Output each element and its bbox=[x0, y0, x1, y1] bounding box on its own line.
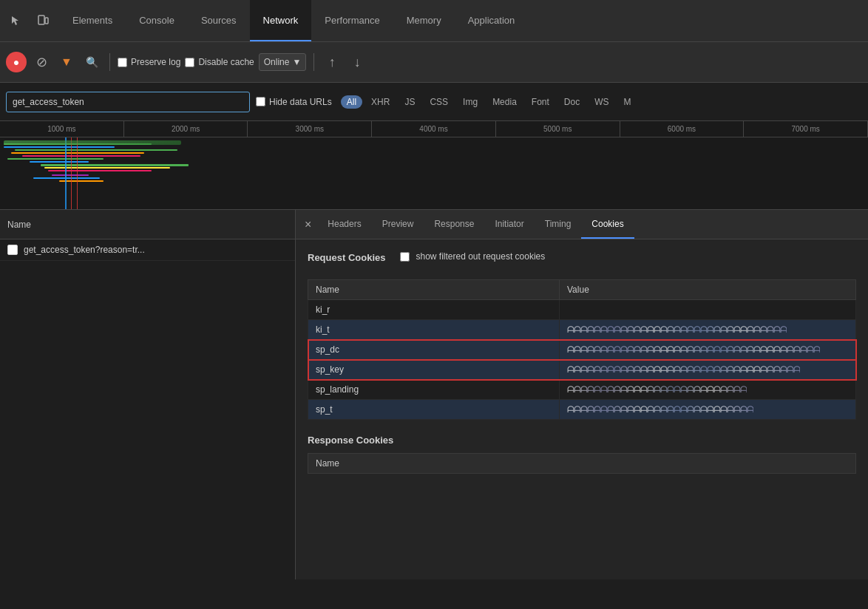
table-row[interactable]: sp_dc ᗩᗩᗩᗩᗩᗩᗩᗩᗩᗩᗩᗩᗩᗩᗩᗩᗩᗩᗩᗩᗩᗩᗩᗩᗩᗩᗩᗩᗩᗩᗩᗩᗩᗩ… bbox=[308, 340, 856, 360]
record-button[interactable]: ● bbox=[6, 52, 27, 72]
cookie-name-sp_key: sp_key bbox=[308, 360, 560, 380]
wavy-value: ᗩᗩᗩᗩᗩᗩᗩᗩᗩᗩᗩᗩᗩᗩᗩᗩᗩᗩᗩᗩᗩᗩᗩᗩᗩᗩᗩᗩᗩᗩᗩᗩᗩᗩᗩ bbox=[567, 364, 800, 375]
timeline-chart bbox=[0, 137, 868, 210]
type-filter-group: All XHR JS CSS Img Media Font Doc WS M bbox=[341, 95, 637, 109]
tab-timing[interactable]: Timing bbox=[535, 210, 582, 239]
upload-button[interactable]: ↑ bbox=[322, 52, 342, 72]
cookie-value-ki_r bbox=[560, 300, 856, 320]
tab-headers[interactable]: Headers bbox=[317, 210, 371, 239]
hide-data-urls-label[interactable]: Hide data URLs bbox=[256, 97, 332, 107]
throttle-label: Online bbox=[264, 57, 290, 67]
cookie-name-ki_r: ki_r bbox=[308, 300, 560, 320]
tab-cookies[interactable]: Cookies bbox=[581, 210, 634, 239]
cookie-value-sp_landing: ᗩᗩᗩᗩᗩᗩᗩᗩᗩᗩᗩᗩᗩᗩᗩᗩᗩᗩᗩᗩᗩᗩᗩᗩᗩᗩᗩ bbox=[560, 380, 856, 400]
svg-rect-1 bbox=[45, 18, 48, 24]
cookies-content: Request Cookies show filtered out reques… bbox=[296, 239, 868, 579]
cookie-name-sp_t: sp_t bbox=[308, 400, 560, 420]
name-column-header: Name bbox=[0, 210, 295, 239]
preserve-log-text: Preserve log bbox=[131, 57, 180, 67]
right-panel: × Headers Preview Response Initiator Tim… bbox=[296, 210, 868, 579]
filter-input[interactable] bbox=[6, 92, 250, 112]
ruler-tick-2: 2000 ms bbox=[124, 121, 248, 137]
wavy-value: ᗩᗩᗩᗩᗩᗩᗩᗩᗩᗩᗩᗩᗩᗩᗩᗩᗩᗩᗩᗩᗩᗩᗩᗩᗩᗩᗩ bbox=[567, 384, 747, 395]
search-button[interactable]: 🔍 bbox=[81, 52, 102, 72]
divider-1 bbox=[109, 53, 110, 71]
show-filtered-row: show filtered out request cookies bbox=[400, 251, 545, 262]
tab-network[interactable]: Network bbox=[250, 0, 312, 41]
request-cookies-title: Request Cookies bbox=[308, 252, 385, 263]
divider-2 bbox=[313, 53, 314, 71]
type-btn-media[interactable]: Media bbox=[486, 95, 523, 109]
tab-sources[interactable]: Sources bbox=[188, 0, 250, 41]
type-btn-all[interactable]: All bbox=[341, 95, 362, 109]
device-icon[interactable] bbox=[33, 10, 53, 31]
left-panel: Name get_access_token?reason=tr... bbox=[0, 210, 296, 579]
cookie-value-sp_dc: ᗩᗩᗩᗩᗩᗩᗩᗩᗩᗩᗩᗩᗩᗩᗩᗩᗩᗩᗩᗩᗩᗩᗩᗩᗩᗩᗩᗩᗩᗩᗩᗩᗩᗩᗩᗩᗩᗩ bbox=[560, 340, 856, 360]
request-name: get_access_token?reason=tr... bbox=[24, 245, 145, 255]
devtools-icons bbox=[0, 0, 59, 41]
table-row[interactable]: ki_t ᗩᗩᗩᗩᗩᗩᗩᗩᗩᗩᗩᗩᗩᗩᗩᗩᗩᗩᗩᗩᗩᗩᗩᗩᗩᗩᗩᗩᗩᗩᗩᗩᗩ bbox=[308, 320, 856, 340]
type-btn-doc[interactable]: Doc bbox=[558, 95, 586, 109]
tab-console[interactable]: Console bbox=[126, 0, 188, 41]
type-btn-js[interactable]: JS bbox=[399, 95, 421, 109]
tab-response[interactable]: Response bbox=[424, 210, 484, 239]
disable-cache-text: Disable cache bbox=[198, 57, 254, 67]
type-btn-css[interactable]: CSS bbox=[424, 95, 454, 109]
type-btn-xhr[interactable]: XHR bbox=[365, 95, 396, 109]
response-cookies-table: Name bbox=[308, 453, 856, 474]
response-col-name-header: Name bbox=[308, 454, 856, 474]
cursor-icon[interactable] bbox=[6, 10, 27, 31]
timeline: 1000 ms 2000 ms 3000 ms 4000 ms 5000 ms … bbox=[0, 121, 868, 210]
ruler-tick-6: 6000 ms bbox=[620, 121, 745, 137]
preserve-log-checkbox[interactable] bbox=[118, 58, 127, 67]
request-cookies-table: Name Value ki_r ki_t ᗩᗩᗩᗩᗩᗩᗩᗩᗩᗩᗩᗩᗩᗩᗩᗩᗩᗩᗩ… bbox=[308, 279, 856, 420]
filter-row: Hide data URLs All XHR JS CSS Img Media … bbox=[0, 83, 868, 121]
cookie-value-sp_key: ᗩᗩᗩᗩᗩᗩᗩᗩᗩᗩᗩᗩᗩᗩᗩᗩᗩᗩᗩᗩᗩᗩᗩᗩᗩᗩᗩᗩᗩᗩᗩᗩᗩᗩᗩ bbox=[560, 360, 856, 380]
wavy-value: ᗩᗩᗩᗩᗩᗩᗩᗩᗩᗩᗩᗩᗩᗩᗩᗩᗩᗩᗩᗩᗩᗩᗩᗩᗩᗩᗩᗩᗩᗩᗩᗩᗩᗩᗩᗩᗩᗩ bbox=[567, 344, 820, 355]
name-header-text: Name bbox=[7, 220, 31, 230]
tab-bar: Elements Console Sources Network Perform… bbox=[0, 0, 868, 42]
list-item[interactable]: get_access_token?reason=tr... bbox=[0, 239, 295, 261]
col-name-header: Name bbox=[308, 280, 560, 300]
tab-performance[interactable]: Performance bbox=[311, 0, 393, 41]
download-button[interactable]: ↓ bbox=[347, 52, 367, 72]
throttle-select[interactable]: Online ▼ bbox=[259, 53, 307, 71]
timeline-ruler: 1000 ms 2000 ms 3000 ms 4000 ms 5000 ms … bbox=[0, 121, 868, 137]
type-btn-ws[interactable]: WS bbox=[589, 95, 614, 109]
network-toolbar: ● ⊘ ▼ 🔍 Preserve log Disable cache Onlin… bbox=[0, 42, 868, 83]
show-filtered-checkbox[interactable] bbox=[400, 252, 410, 262]
ruler-tick-5: 5000 ms bbox=[496, 121, 620, 137]
wavy-value: ᗩᗩᗩᗩᗩᗩᗩᗩᗩᗩᗩᗩᗩᗩᗩᗩᗩᗩᗩᗩᗩᗩᗩᗩᗩᗩᗩᗩ bbox=[567, 404, 753, 415]
tab-memory[interactable]: Memory bbox=[393, 0, 455, 41]
table-row[interactable]: sp_t ᗩᗩᗩᗩᗩᗩᗩᗩᗩᗩᗩᗩᗩᗩᗩᗩᗩᗩᗩᗩᗩᗩᗩᗩᗩᗩᗩᗩ bbox=[308, 400, 856, 420]
disable-cache-checkbox[interactable] bbox=[185, 58, 194, 67]
favicon-icon bbox=[7, 245, 18, 255]
detail-close-button[interactable]: × bbox=[299, 210, 317, 239]
type-btn-img[interactable]: Img bbox=[457, 95, 484, 109]
cookie-value-sp_t: ᗩᗩᗩᗩᗩᗩᗩᗩᗩᗩᗩᗩᗩᗩᗩᗩᗩᗩᗩᗩᗩᗩᗩᗩᗩᗩᗩᗩ bbox=[560, 400, 856, 420]
tab-application[interactable]: Application bbox=[455, 0, 529, 41]
tab-preview[interactable]: Preview bbox=[372, 210, 424, 239]
cookie-name-ki_t: ki_t bbox=[308, 320, 560, 340]
cookie-value-ki_t: ᗩᗩᗩᗩᗩᗩᗩᗩᗩᗩᗩᗩᗩᗩᗩᗩᗩᗩᗩᗩᗩᗩᗩᗩᗩᗩᗩᗩᗩᗩᗩᗩᗩ bbox=[560, 320, 856, 340]
disable-cache-label[interactable]: Disable cache bbox=[185, 57, 254, 67]
hide-data-urls-checkbox[interactable] bbox=[256, 97, 265, 106]
main-split: Name get_access_token?reason=tr... × Hea… bbox=[0, 210, 868, 579]
clear-button[interactable]: ⊘ bbox=[31, 52, 52, 72]
col-value-header: Value bbox=[560, 280, 856, 300]
wavy-value: ᗩᗩᗩᗩᗩᗩᗩᗩᗩᗩᗩᗩᗩᗩᗩᗩᗩᗩᗩᗩᗩᗩᗩᗩᗩᗩᗩᗩᗩᗩᗩᗩᗩ bbox=[567, 324, 787, 335]
type-btn-font[interactable]: Font bbox=[526, 95, 555, 109]
show-filtered-label: show filtered out request cookies bbox=[416, 251, 545, 262]
svg-rect-0 bbox=[38, 16, 44, 24]
tab-initiator[interactable]: Initiator bbox=[484, 210, 534, 239]
type-btn-m[interactable]: M bbox=[618, 95, 637, 109]
response-cookies-section: Response Cookies Name bbox=[308, 435, 856, 474]
filter-button[interactable]: ▼ bbox=[56, 52, 77, 72]
ruler-tick-4: 4000 ms bbox=[372, 121, 496, 137]
cookie-name-sp_landing: sp_landing bbox=[308, 380, 560, 400]
table-row[interactable]: ki_r bbox=[308, 300, 856, 320]
table-row[interactable]: sp_landing ᗩᗩᗩᗩᗩᗩᗩᗩᗩᗩᗩᗩᗩᗩᗩᗩᗩᗩᗩᗩᗩᗩᗩᗩᗩᗩᗩ bbox=[308, 380, 856, 400]
tab-elements[interactable]: Elements bbox=[59, 0, 126, 41]
preserve-log-label[interactable]: Preserve log bbox=[118, 57, 180, 67]
table-row[interactable]: sp_key ᗩᗩᗩᗩᗩᗩᗩᗩᗩᗩᗩᗩᗩᗩᗩᗩᗩᗩᗩᗩᗩᗩᗩᗩᗩᗩᗩᗩᗩᗩᗩᗩᗩ… bbox=[308, 360, 856, 380]
